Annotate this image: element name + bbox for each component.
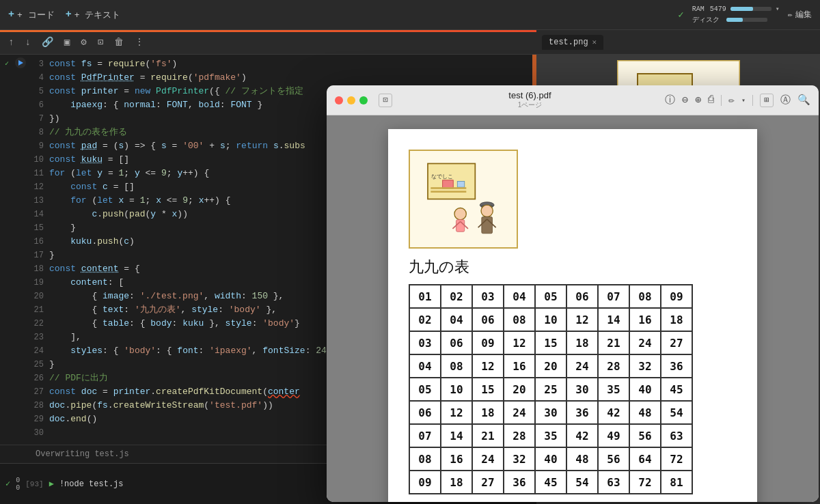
- toolbar-link-icon[interactable]: 🔗: [39, 35, 56, 49]
- table-cell: 16: [441, 447, 472, 471]
- toolbar-window-icon[interactable]: ⊡: [95, 35, 106, 49]
- traffic-lights: [335, 96, 368, 104]
- tab-close-button[interactable]: ✕: [592, 38, 597, 46]
- disk-fill: [726, 18, 743, 22]
- traffic-light-yellow[interactable]: [347, 96, 355, 104]
- line-num-23: 23: [27, 331, 49, 344]
- pdf-search-icon[interactable]: 🔍: [797, 94, 810, 107]
- line-num-19: 19: [27, 276, 49, 290]
- table-cell: 64: [629, 447, 661, 471]
- table-cell: 18: [472, 401, 504, 424]
- table-cell: 28: [504, 424, 535, 447]
- check-icon: ✓: [678, 9, 683, 20]
- table-cell: 40: [629, 378, 661, 401]
- pdf-zoom-out-icon[interactable]: ⊖: [682, 94, 688, 107]
- table-cell: 45: [535, 471, 566, 494]
- pdf-share-icon[interactable]: ⎙: [708, 94, 714, 106]
- table-cell: 45: [661, 378, 692, 401]
- line-check-3: ✓: [5, 57, 9, 71]
- table-cell: 16: [504, 354, 535, 378]
- pdf-sidebar-toggle[interactable]: ⊡: [379, 94, 392, 107]
- table-cell: 54: [661, 401, 692, 424]
- add-code-button[interactable]: + + コード: [8, 9, 55, 21]
- line-num-18: 18: [27, 262, 49, 276]
- terminal-run-icon: ▶: [49, 479, 54, 489]
- disk-bar: [726, 18, 767, 22]
- terminal-command: !node test.js: [59, 479, 124, 489]
- code-line-4: 4 const PdfPrinter = require('pdfmake'): [0, 71, 536, 85]
- pdf-zoom-in-icon[interactable]: ⊕: [695, 94, 701, 107]
- table-cell: 36: [566, 401, 598, 424]
- line-num-26: 26: [27, 372, 49, 385]
- pdf-annotate-dropdown[interactable]: ▾: [741, 96, 746, 104]
- pdf-page: なでしこ 九九の表: [388, 129, 757, 502]
- pdf-annotate-icon[interactable]: ✏: [728, 94, 735, 107]
- toolbar-gear-icon[interactable]: ⚙: [78, 35, 89, 49]
- line-num-16: 16: [27, 235, 49, 249]
- top-bar: + + コード + + テキスト ✓ RAM 5479 ▾ ディスク: [0, 0, 820, 30]
- table-cell: 24: [629, 331, 661, 354]
- line-num-22: 22: [27, 317, 49, 331]
- dropdown-arrow-ram[interactable]: ▾: [776, 5, 780, 13]
- pdf-info-icon[interactable]: ⓘ: [665, 94, 675, 107]
- table-cell: 01: [409, 285, 441, 308]
- toolbar-down-icon[interactable]: ↓: [22, 36, 33, 49]
- plus-icon-2: +: [66, 9, 72, 20]
- terminal-line-num: [93]: [25, 480, 43, 488]
- svg-text:なでしこ: なでしこ: [431, 173, 453, 180]
- table-cell: 30: [566, 378, 598, 401]
- run-btn-3[interactable]: [14, 57, 27, 68]
- traffic-light-red[interactable]: [335, 96, 343, 104]
- table-cell: 08: [504, 308, 535, 331]
- table-row: 020406081012141618: [409, 308, 692, 331]
- table-cell: 42: [566, 424, 598, 447]
- table-cell: 06: [409, 401, 441, 424]
- pdf-window-resize[interactable]: ⊞: [760, 94, 774, 107]
- table-cell: 04: [441, 308, 472, 331]
- table-cell: 63: [598, 471, 629, 494]
- line-num-17: 17: [27, 249, 49, 262]
- tab-test-png[interactable]: test.png ✕: [542, 35, 603, 50]
- table-cell: 63: [661, 424, 692, 447]
- disk-label: ディスク: [692, 15, 720, 25]
- add-text-button[interactable]: + + テキスト: [66, 9, 121, 21]
- table-cell: 03: [409, 331, 441, 354]
- run-icon-3[interactable]: [15, 57, 26, 68]
- table-cell: 05: [409, 378, 441, 401]
- table-cell: 49: [598, 424, 629, 447]
- edit-button[interactable]: ✏ 編集: [788, 9, 812, 20]
- pdf-subtitle: 1ページ: [508, 100, 551, 110]
- pdf-page-heading: 九九の表: [409, 257, 737, 277]
- table-cell: 09: [472, 331, 504, 354]
- table-cell: 48: [629, 401, 661, 424]
- table-cell: 08: [409, 447, 441, 471]
- table-cell: 72: [629, 471, 661, 494]
- traffic-light-green[interactable]: [359, 96, 368, 104]
- svg-point-32: [481, 205, 493, 216]
- toolbar-more-icon[interactable]: ⋮: [132, 35, 147, 49]
- table-cell: 12: [566, 308, 598, 331]
- table-cell: 28: [598, 354, 629, 378]
- line-num-13: 13: [27, 194, 49, 208]
- toolbar-trash-icon[interactable]: 🗑: [111, 36, 126, 49]
- table-cell: 12: [504, 331, 535, 354]
- table-row: 091827364554637281: [409, 471, 692, 494]
- svg-rect-22: [443, 180, 454, 188]
- svg-rect-24: [430, 187, 466, 189]
- toolbar-up-icon[interactable]: ↑: [5, 36, 16, 49]
- pdf-title-info: test (6).pdf 1ページ: [508, 90, 551, 110]
- line-num-27: 27: [27, 385, 49, 399]
- table-cell: 09: [661, 285, 692, 308]
- table-cell: 05: [535, 285, 566, 308]
- orange-top-line: [0, 30, 536, 32]
- toolbar-box-icon[interactable]: ▣: [62, 35, 72, 49]
- table-cell: 21: [598, 331, 629, 354]
- line-num-9: 9: [27, 139, 49, 153]
- table-cell: 12: [472, 354, 504, 378]
- line-num-3: 3: [27, 57, 49, 71]
- svg-point-26: [454, 208, 466, 220]
- pdf-markup-icon[interactable]: Ⓐ: [780, 94, 791, 107]
- line-num-24: 24: [27, 344, 49, 358]
- table-cell: 18: [661, 308, 692, 331]
- pdf-window[interactable]: ⊡ test (6).pdf 1ページ ⓘ ⊖ ⊕ ⎙ ✏ ▾ ⊞ Ⓐ 🔍: [327, 85, 819, 502]
